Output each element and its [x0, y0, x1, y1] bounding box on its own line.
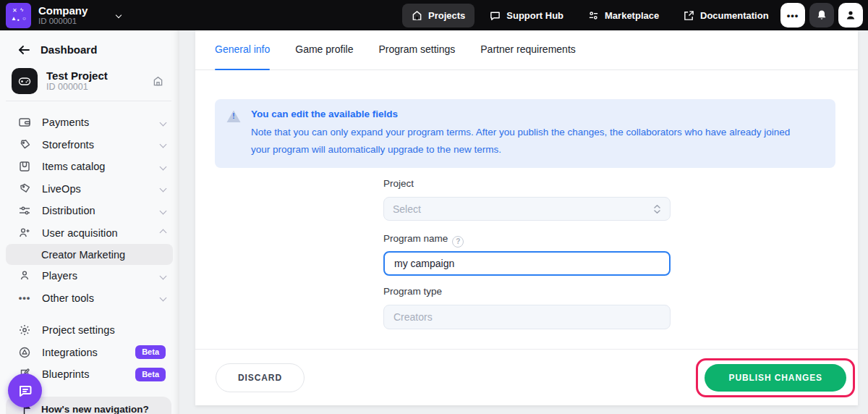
- program-type-input[interactable]: [383, 305, 671, 329]
- sidebar-divider: [6, 101, 171, 101]
- program-name-input[interactable]: [383, 251, 671, 276]
- nav-support-hub-label: Support Hub: [506, 10, 563, 21]
- project-home-icon[interactable]: [153, 76, 163, 86]
- bell-icon: [816, 9, 827, 21]
- sidebar-item-integrations[interactable]: Integrations Beta: [6, 342, 173, 364]
- banner-title: You can edit the available fields: [251, 109, 807, 119]
- feedback-label: How's new navigation?: [41, 404, 149, 414]
- wallet-icon: [18, 116, 31, 129]
- chevron-down-icon: [160, 163, 167, 170]
- app-body: Dashboard Test Project ID 000001 Payment…: [0, 30, 868, 414]
- top-navigation: Projects Support Hub Marketplace: [402, 0, 668, 30]
- banner-body: Note that you can only expand your progr…: [251, 124, 807, 158]
- project-switcher[interactable]: Test Project ID 000001: [12, 68, 168, 94]
- storefront-icon: [18, 138, 31, 151]
- nav-projects[interactable]: Projects: [402, 4, 475, 28]
- marketplace-icon: [588, 10, 599, 21]
- program-name-label: Program name?: [383, 233, 464, 248]
- chat-fab-button[interactable]: [8, 373, 42, 407]
- help-icon[interactable]: ?: [452, 236, 464, 248]
- notifications-button[interactable]: [809, 3, 834, 28]
- account-button[interactable]: [838, 3, 863, 28]
- program-type-label: Program type: [383, 286, 442, 297]
- discard-button[interactable]: DISCARD: [216, 363, 305, 392]
- tab-general-info[interactable]: General info: [215, 43, 270, 69]
- tab-partner-requirements[interactable]: Partner requirements: [480, 43, 576, 69]
- ellipsis-icon: •••: [787, 10, 799, 21]
- beta-badge: Beta: [135, 368, 166, 381]
- nav-marketplace-label: Marketplace: [605, 10, 659, 21]
- project-name: Test Project: [46, 69, 108, 82]
- sidebar-item-items-catalog[interactable]: Items catalog: [6, 156, 173, 178]
- person-icon: [18, 269, 31, 282]
- sidebar-item-storefronts[interactable]: Storefronts: [6, 134, 173, 156]
- sidebar-item-other-tools[interactable]: ••• Other tools: [6, 287, 173, 310]
- select-stepper-icon: [653, 204, 661, 214]
- back-arrow-icon: [17, 44, 30, 56]
- tab-bar: General info Game profile Program settin…: [195, 30, 858, 70]
- top-doc-link: Documentation: [674, 0, 778, 30]
- sidebar-menu: Payments Storefronts Items catalog LiveO…: [6, 111, 173, 386]
- main-content: General info Game profile Program settin…: [195, 30, 858, 405]
- nav-documentation[interactable]: Documentation: [674, 4, 778, 28]
- company-switcher[interactable]: ✕ϟ ▲▪○ Company ID 000001: [0, 3, 121, 28]
- chevron-up-icon: [160, 229, 167, 237]
- sidebar-item-user-acquisition[interactable]: User acquisition: [6, 222, 173, 245]
- nav-marketplace[interactable]: Marketplace: [579, 4, 668, 28]
- sidebar-item-distribution[interactable]: Distribution: [6, 200, 173, 222]
- company-name: Company: [38, 5, 88, 17]
- nav-documentation-label: Documentation: [700, 10, 769, 21]
- sidebar-item-project-settings[interactable]: Project settings: [6, 319, 173, 342]
- tab-game-profile[interactable]: Game profile: [295, 43, 353, 69]
- company-id: ID 000001: [38, 17, 88, 26]
- integrations-icon: [18, 346, 31, 359]
- annotation-highlight-box: PUBLISH CHANGES: [696, 358, 855, 397]
- liveops-icon: [18, 182, 31, 195]
- form-footer: DISCARD PUBLISH CHANGES: [195, 349, 858, 405]
- chevron-down-icon: [160, 295, 167, 302]
- project-select-placeholder: Select: [393, 203, 421, 215]
- top-actions: •••: [780, 3, 863, 28]
- back-label: Dashboard: [41, 43, 97, 56]
- sidebar-item-creator-marketing[interactable]: Creator Marketing: [6, 244, 173, 265]
- publish-changes-button[interactable]: PUBLISH CHANGES: [705, 364, 846, 392]
- sidebar: Dashboard Test Project ID 000001 Payment…: [0, 30, 179, 414]
- more-options-button[interactable]: •••: [780, 3, 805, 28]
- sidebar-item-players[interactable]: Players: [6, 265, 173, 287]
- sidebar-item-liveops[interactable]: LiveOps: [6, 178, 173, 200]
- project-field-label: Project: [383, 178, 414, 189]
- top-bar: ✕ϟ ▲▪○ Company ID 000001 Projects Suppor…: [0, 0, 868, 30]
- gamepad-icon: [12, 68, 38, 94]
- chevron-down-icon: [160, 272, 167, 279]
- chat-bubble-icon: [17, 382, 34, 400]
- beta-badge: Beta: [135, 345, 166, 359]
- home-icon: [412, 10, 422, 21]
- gear-icon: [18, 324, 31, 337]
- chevron-down-icon: [160, 185, 167, 193]
- info-banner: ! You can edit the available fields Note…: [215, 99, 835, 168]
- external-link-icon: [684, 10, 694, 21]
- sidebar-item-payments[interactable]: Payments: [6, 111, 173, 134]
- user-plus-icon: [18, 227, 31, 240]
- company-logo: ✕ϟ ▲▪○: [6, 3, 31, 28]
- nav-support-hub[interactable]: Support Hub: [480, 4, 573, 28]
- chevron-down-icon: [160, 141, 167, 148]
- dots-icon: •••: [18, 292, 31, 305]
- catalog-box-icon: [18, 160, 31, 173]
- project-id: ID 000001: [46, 82, 108, 93]
- sidebar-spacer: [6, 309, 173, 319]
- back-to-dashboard[interactable]: Dashboard: [17, 43, 97, 56]
- chevron-down-icon[interactable]: [116, 12, 122, 18]
- project-select[interactable]: Select: [383, 197, 671, 221]
- tab-program-settings[interactable]: Program settings: [378, 43, 455, 69]
- chevron-down-icon: [160, 207, 167, 214]
- nav-projects-label: Projects: [428, 10, 465, 21]
- warning-icon: !: [226, 109, 242, 124]
- chevron-down-icon: [160, 119, 167, 126]
- sliders-icon: [18, 204, 31, 217]
- user-icon: [845, 9, 856, 21]
- chat-icon: [490, 10, 501, 21]
